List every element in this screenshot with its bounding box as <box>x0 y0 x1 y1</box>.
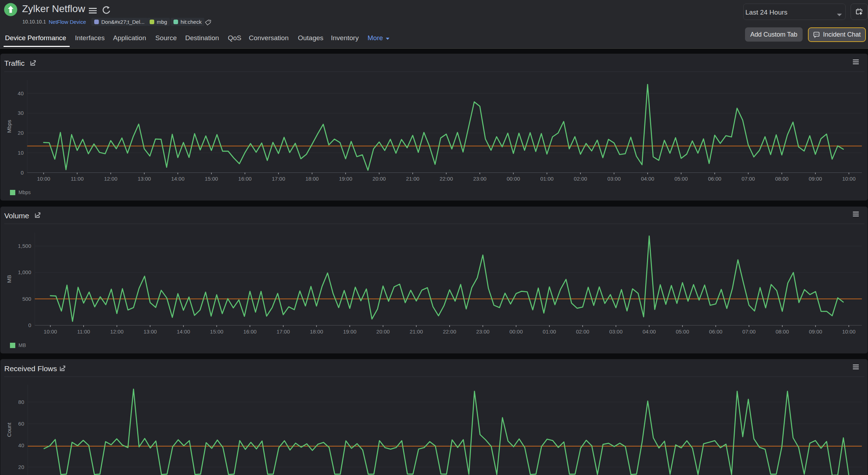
svg-text:18:00: 18:00 <box>310 328 323 334</box>
svg-text:10:00: 10:00 <box>37 176 50 182</box>
svg-text:30: 30 <box>18 110 24 116</box>
svg-text:13:00: 13:00 <box>144 328 157 334</box>
svg-text:10: 10 <box>18 150 24 156</box>
svg-text:20:00: 20:00 <box>376 328 390 334</box>
svg-text:10:00: 10:00 <box>842 176 856 182</box>
svg-text:07:00: 07:00 <box>742 328 756 334</box>
svg-text:40: 40 <box>18 442 24 448</box>
svg-text:Count: Count <box>6 422 12 437</box>
svg-text:60: 60 <box>18 421 24 427</box>
svg-text:05:00: 05:00 <box>675 176 688 182</box>
svg-text:03:00: 03:00 <box>609 328 623 334</box>
svg-text:17:00: 17:00 <box>277 328 290 334</box>
svg-text:0: 0 <box>28 322 31 328</box>
svg-text:500: 500 <box>22 295 31 301</box>
svg-text:01:00: 01:00 <box>540 176 554 182</box>
svg-text:02:00: 02:00 <box>574 176 587 182</box>
svg-text:07:00: 07:00 <box>741 176 755 182</box>
svg-text:06:00: 06:00 <box>708 176 722 182</box>
svg-text:09:00: 09:00 <box>809 328 823 334</box>
svg-text:16:00: 16:00 <box>243 328 257 334</box>
svg-text:1,500: 1,500 <box>18 243 31 249</box>
svg-text:12:00: 12:00 <box>110 328 124 334</box>
svg-text:06:00: 06:00 <box>709 328 723 334</box>
svg-text:10:00: 10:00 <box>842 328 856 334</box>
svg-text:20: 20 <box>18 464 24 470</box>
svg-text:22:00: 22:00 <box>440 176 453 182</box>
svg-text:19:00: 19:00 <box>339 176 353 182</box>
svg-text:05:00: 05:00 <box>676 328 689 334</box>
svg-text:Mbps: Mbps <box>6 120 12 133</box>
svg-text:MB: MB <box>6 275 12 283</box>
svg-text:22:00: 22:00 <box>443 328 456 334</box>
svg-text:11:00: 11:00 <box>77 328 90 334</box>
svg-text:13:00: 13:00 <box>138 176 151 182</box>
svg-text:03:00: 03:00 <box>607 176 621 182</box>
svg-text:12:00: 12:00 <box>104 176 118 182</box>
svg-text:0: 0 <box>21 170 23 176</box>
svg-text:18:00: 18:00 <box>305 176 319 182</box>
svg-text:16:00: 16:00 <box>238 176 252 182</box>
svg-text:04:00: 04:00 <box>641 176 654 182</box>
svg-text:20:00: 20:00 <box>373 176 386 182</box>
svg-text:00:00: 00:00 <box>509 328 523 334</box>
svg-text:10:00: 10:00 <box>44 328 57 334</box>
svg-text:14:00: 14:00 <box>171 176 185 182</box>
svg-text:08:00: 08:00 <box>775 176 789 182</box>
svg-text:21:00: 21:00 <box>406 176 419 182</box>
svg-text:01:00: 01:00 <box>543 328 556 334</box>
svg-text:09:00: 09:00 <box>809 176 822 182</box>
svg-text:14:00: 14:00 <box>177 328 190 334</box>
svg-text:15:00: 15:00 <box>210 328 224 334</box>
svg-text:17:00: 17:00 <box>272 176 285 182</box>
svg-text:00:00: 00:00 <box>507 176 520 182</box>
svg-text:80: 80 <box>18 399 24 405</box>
svg-text:23:00: 23:00 <box>476 328 490 334</box>
svg-text:15:00: 15:00 <box>205 176 218 182</box>
svg-text:11:00: 11:00 <box>71 176 84 182</box>
svg-text:1,000: 1,000 <box>18 269 31 275</box>
svg-text:02:00: 02:00 <box>576 328 589 334</box>
svg-text:20: 20 <box>18 130 24 136</box>
svg-text:40: 40 <box>18 90 24 96</box>
svg-text:04:00: 04:00 <box>643 328 656 334</box>
svg-text:23:00: 23:00 <box>473 176 487 182</box>
svg-text:19:00: 19:00 <box>343 328 357 334</box>
svg-text:21:00: 21:00 <box>409 328 423 334</box>
svg-text:08:00: 08:00 <box>776 328 789 334</box>
